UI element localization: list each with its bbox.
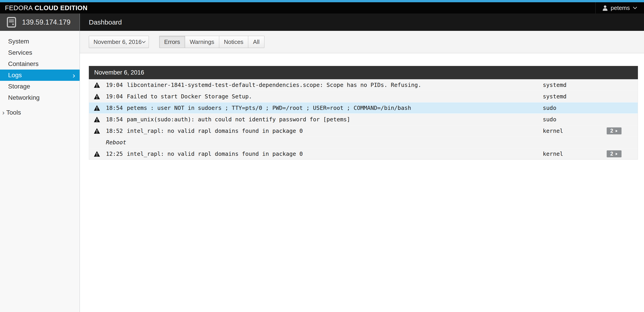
filter-button-notices[interactable]: Notices — [219, 36, 248, 48]
main-layout: 139.59.174.179 System›Services›Container… — [0, 14, 644, 312]
log-filter-toolbar: November 6, 2016 ErrorsWarningsNoticesAl… — [80, 31, 644, 53]
sidebar-item-services[interactable]: Services› — [0, 47, 80, 58]
date-select[interactable]: November 6, 2016 — [89, 36, 149, 48]
log-service: systemd — [543, 93, 566, 100]
log-message: petems : user NOT in sudoers ; TTY=pts/0… — [127, 105, 543, 111]
caret-right-icon — [615, 152, 618, 156]
log-time: 19:04 — [106, 82, 124, 88]
sidebar-item-label: Services — [8, 49, 32, 56]
log-row[interactable]: 18:52intel_rapl: no valid rapl domains f… — [89, 125, 638, 136]
log-service: kernel — [543, 128, 563, 134]
entry-count-badge[interactable]: 2 — [607, 150, 622, 157]
log-service: sudo — [543, 105, 556, 111]
caret-right-icon — [615, 129, 618, 133]
user-menu[interactable]: petems — [596, 2, 644, 14]
severity-filter-group: ErrorsWarningsNoticesAll — [159, 36, 264, 48]
sidebar-item-label: Logs — [8, 72, 22, 79]
sidebar-item-label: Containers — [8, 60, 38, 68]
sidebar-item-system[interactable]: System› — [0, 36, 80, 47]
log-message: Failed to start Docker Storage Setup. — [127, 93, 543, 100]
page-title: Dashboard — [89, 19, 122, 26]
brand-regular: FEDORA — [5, 4, 33, 12]
log-service: sudo — [543, 116, 556, 123]
warning-icon — [94, 128, 100, 134]
chevron-down-icon — [142, 41, 146, 43]
masthead: FEDORACLOUD EDITION petems — [0, 2, 644, 14]
warning-icon — [94, 117, 100, 122]
log-row[interactable]: 18:54petems : user NOT in sudoers ; TTY=… — [89, 102, 638, 113]
brand-logo: FEDORACLOUD EDITION — [0, 4, 88, 12]
sidebar-item-containers[interactable]: Containers› — [0, 58, 80, 70]
log-service-cell: kernel2 — [543, 127, 638, 134]
filter-button-errors[interactable]: Errors — [159, 36, 185, 48]
log-message: intel_rapl: no valid rapl domains found … — [127, 151, 543, 157]
log-service: systemd — [543, 82, 566, 88]
log-message: libcontainer-1841-systemd-test-default-d… — [127, 82, 543, 88]
log-message: pam_unix(sudo:auth): auth could not iden… — [127, 116, 543, 123]
chevron-down-icon — [633, 7, 637, 9]
warning-icon — [94, 82, 100, 88]
content-area: Dashboard November 6, 2016 ErrorsWarning… — [80, 14, 644, 312]
log-row[interactable]: 18:54pam_unix(sudo:auth): auth could not… — [89, 114, 638, 125]
log-time: 18:54 — [106, 105, 124, 111]
log-row[interactable]: 12:25intel_rapl: no valid rapl domains f… — [89, 148, 638, 159]
entry-count: 2 — [610, 151, 613, 157]
user-menu-label: petems — [611, 5, 630, 12]
sidebar-item-label: Tools — [6, 109, 21, 116]
accent-strip — [0, 0, 644, 2]
sidebar-item-logs[interactable]: Logs› — [0, 70, 80, 81]
log-service-cell: systemd — [543, 93, 638, 100]
log-time: 18:54 — [106, 116, 124, 123]
log-time: 19:04 — [106, 93, 124, 100]
brand-bold: CLOUD EDITION — [35, 4, 88, 12]
log-service: kernel — [543, 151, 563, 157]
sidebar-item-label: Networking — [8, 94, 40, 101]
log-service-cell: sudo — [543, 116, 638, 123]
entry-count: 2 — [610, 128, 613, 134]
filter-button-warnings[interactable]: Warnings — [185, 36, 219, 48]
date-select-value: November 6, 2016 — [94, 39, 142, 46]
journal-day-heading: November 6, 2016 — [89, 66, 638, 79]
journal-rows: 19:04libcontainer-1841-systemd-test-defa… — [89, 80, 638, 160]
log-service-cell: sudo — [543, 105, 638, 111]
log-service-cell: kernel2 — [543, 150, 638, 157]
sidebar-item-tools[interactable]: › Tools — [0, 107, 80, 118]
server-icon — [7, 17, 16, 28]
entry-count-badge[interactable]: 2 — [607, 127, 622, 134]
sidebar-nav: System›Services›Containers›Logs›Storage›… — [0, 31, 80, 103]
log-service-cell: systemd — [543, 82, 638, 88]
log-message: intel_rapl: no valid rapl domains found … — [127, 128, 543, 134]
host-selector[interactable]: 139.59.174.179 — [0, 14, 80, 31]
content-header: Dashboard — [80, 14, 644, 31]
host-address: 139.59.174.179 — [22, 18, 70, 26]
warning-icon — [94, 151, 100, 157]
sidebar-item-storage[interactable]: Storage› — [0, 81, 80, 92]
log-time: 18:52 — [106, 128, 124, 134]
sidebar-item-label: Storage — [8, 83, 30, 90]
log-time: 12:25 — [106, 151, 124, 157]
warning-icon — [94, 105, 100, 111]
sidebar: 139.59.174.179 System›Services›Container… — [0, 14, 80, 312]
filter-button-all[interactable]: All — [248, 36, 264, 48]
warning-icon — [94, 94, 100, 99]
journal-table: November 6, 2016 19:04libcontainer-1841-… — [89, 66, 638, 160]
log-row[interactable]: 19:04Failed to start Docker Storage Setu… — [89, 91, 638, 102]
user-icon — [602, 5, 608, 11]
log-row[interactable]: 19:04libcontainer-1841-systemd-test-defa… — [89, 80, 638, 91]
log-row-reboot[interactable]: Reboot — [89, 137, 638, 148]
sidebar-item-networking[interactable]: Networking› — [0, 92, 80, 103]
log-message: Reboot — [106, 139, 638, 146]
sidebar-item-label: System — [8, 38, 29, 45]
